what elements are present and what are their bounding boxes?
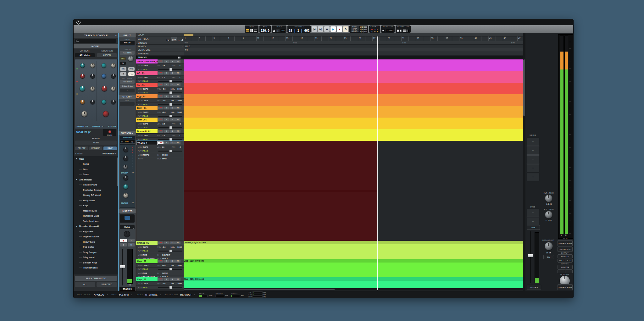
mute-button[interactable]: M	[175, 95, 180, 98]
preset-item[interactable]: Classic Piano	[74, 182, 118, 188]
preset-item[interactable]: Snare	[74, 172, 118, 177]
assign-button[interactable]: ASSIGN	[97, 53, 117, 57]
send-slot[interactable]: +	[527, 164, 539, 172]
counter-group[interactable]: COUNTER 28 | 1 | 662	[287, 25, 311, 33]
track-name-row[interactable]: AB _01ISM	[136, 71, 184, 75]
monitor-db-value[interactable]: -75 dB	[386, 29, 393, 32]
pan-value[interactable]: 100R	[176, 111, 183, 113]
preset-item[interactable]: Sexy Sample	[74, 250, 118, 255]
view-mode-select[interactable]: CLIPS	[143, 100, 157, 102]
record-arm-button[interactable]	[158, 141, 164, 144]
tab-dyn[interactable]: DYN	[125, 140, 130, 143]
knob[interactable]	[111, 100, 116, 104]
record-arm-button[interactable]	[158, 130, 164, 133]
view-mode-select[interactable]: CLIPS	[143, 246, 157, 248]
pan-slider[interactable]	[158, 151, 182, 152]
track-name-row[interactable]: AC _01ISM	[136, 83, 184, 87]
pan-knob[interactable]	[124, 231, 130, 237]
record-arm-button[interactable]	[158, 60, 164, 63]
v-scrollbar-thumb[interactable]	[523, 59, 525, 116]
cue-send-slot[interactable]: +	[527, 218, 539, 226]
delete-button[interactable]: DELETE	[75, 147, 88, 150]
tab-eq[interactable]: EQ	[130, 140, 135, 143]
preset-item[interactable]: Gigantic Drums	[74, 234, 118, 240]
mute-button[interactable]: M	[175, 72, 180, 75]
preset-item[interactable]: Satin Lead Vox	[74, 219, 118, 224]
pan-label[interactable]: 100L	[169, 264, 176, 266]
pan-slider[interactable]	[158, 127, 182, 128]
record-button[interactable]: ●	[337, 26, 342, 32]
view-mode-select[interactable]: CLIPS	[143, 65, 156, 67]
preset-item[interactable]: Silky Vocal	[74, 255, 118, 260]
rename-button[interactable]: RENAME	[89, 147, 102, 150]
global-solo-button[interactable]: S	[371, 31, 373, 33]
track-name[interactable]: Chimes_01	[136, 241, 158, 245]
view-mode-select[interactable]: CLIPS	[143, 264, 157, 266]
mute-button[interactable]: M	[128, 243, 135, 246]
pan-value[interactable]: C	[177, 65, 184, 67]
record-arm-button[interactable]	[158, 72, 164, 75]
add-record-fx-button[interactable]: +	[120, 89, 135, 92]
pan-label[interactable]: 100L	[169, 111, 176, 113]
recording-clip[interactable]	[184, 141, 377, 241]
knob[interactable]	[90, 63, 95, 68]
automation-mode-select[interactable]: READ	[143, 92, 157, 94]
solo-button[interactable]: S	[169, 241, 175, 244]
fader-cap[interactable]	[120, 265, 125, 268]
model-select[interactable]: API Vision	[75, 53, 95, 57]
volume-value[interactable]: -2.6	[162, 76, 169, 78]
preset-select[interactable]: NONE	[75, 141, 117, 145]
track-name[interactable]: Clap _01	[136, 259, 158, 263]
length-value[interactable]: 0|0|000	[360, 30, 367, 32]
click-db[interactable]: 0 dB	[280, 29, 285, 32]
view-mode-select[interactable]: CLIPS	[143, 111, 157, 113]
unison-plugin-button[interactable]: Neve 88RS	[120, 51, 135, 55]
clock-select[interactable]: INTERNAL	[145, 293, 157, 296]
view-mode-select[interactable]: CLIPS	[143, 135, 156, 136]
pan-label[interactable]: PAN	[170, 65, 177, 67]
mode-value[interactable]: TEMPO	[143, 154, 157, 156]
track-name-row[interactable]: Bouzouki_01ISM	[136, 129, 184, 134]
warp-value[interactable]: -	[143, 158, 157, 160]
ruler-min-sec-lane[interactable]: 0:301:001:300:00	[184, 41, 523, 45]
click-count[interactable]: 1	[276, 29, 280, 32]
volume-value[interactable]: -2.6	[162, 264, 169, 266]
mute-button[interactable]: M	[175, 60, 180, 63]
preset-group[interactable]: ▾User	[74, 156, 118, 162]
knob[interactable]	[80, 63, 85, 68]
global-mute-button[interactable]: M	[374, 31, 375, 33]
pan-label[interactable]: 100L	[169, 88, 176, 90]
pan-value[interactable]: C	[177, 146, 184, 148]
gate-in-button[interactable]: IN	[132, 172, 135, 173]
volume-value[interactable]: -2.6	[162, 111, 169, 113]
clip-header[interactable]: Clap _01Q↕0.00 semi	[184, 259, 523, 263]
stop-button[interactable]: ■	[324, 26, 330, 32]
automation-mode-select[interactable]: READ	[143, 138, 157, 140]
comp-in-button[interactable]: IN	[101, 126, 104, 127]
pan-value[interactable]: 100R	[176, 100, 183, 102]
add-tape-button[interactable]: +	[120, 102, 135, 106]
ruler-tempo-label[interactable]: TEMPO›	[136, 45, 184, 48]
solo-button[interactable]: S	[169, 95, 175, 98]
skip-back-button[interactable]: |◀	[312, 26, 317, 32]
monitor-fader-cap[interactable]	[528, 254, 533, 257]
monitor-group[interactable]: MONITOR -75 dB	[381, 25, 395, 33]
knob[interactable]	[123, 193, 128, 198]
volume-value[interactable]: -2.6	[162, 246, 169, 248]
preset-item[interactable]: OHs	[74, 167, 118, 172]
pan-value[interactable]: C	[177, 135, 184, 136]
knob[interactable]	[90, 86, 95, 91]
track-lane[interactable]	[184, 59, 523, 71]
view-mode-select[interactable]: CLIPS	[143, 283, 157, 285]
workflow-columns-icon[interactable]	[407, 30, 409, 32]
preset-item[interactable]: Kick1	[74, 162, 118, 167]
knob[interactable]	[80, 100, 85, 104]
output-value[interactable]: MAIN	[162, 158, 167, 160]
preset-item[interactable]: Massive Kick	[74, 208, 118, 213]
track-lane[interactable]	[184, 106, 523, 118]
ruler-signature-lane[interactable]: 4/4	[184, 48, 523, 52]
pan-slider[interactable]	[158, 104, 182, 105]
view-grid-icon[interactable]	[250, 29, 253, 32]
track-lane[interactable]	[184, 94, 523, 106]
power-button[interactable]: POWER	[103, 129, 116, 136]
